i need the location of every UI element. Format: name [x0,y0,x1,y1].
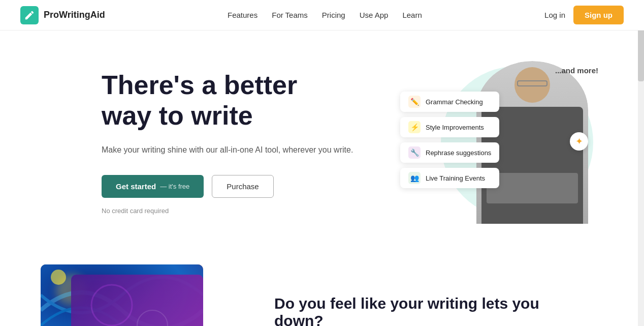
nav-learn[interactable]: Learn [402,11,422,19]
painting-stack: My idea in my head [41,264,218,326]
hero-title: There's a better way to write [102,70,353,131]
sparkle-badge: ✦ [570,132,588,151]
feature-card-rephrase: 🔧 Rephrase suggestions [400,142,499,163]
feature-card-training: 👥 Live Training Events [400,168,499,188]
scrollbar[interactable] [638,0,644,326]
hero-right: ✏️ Grammar Checking ⚡ Style Improvements… [400,61,603,224]
signup-button[interactable]: Sign up [573,6,624,24]
painting-overlay [71,275,203,326]
get-started-button[interactable]: Get started — it's free [102,175,204,198]
hero-buttons: Get started — it's free Purchase [102,175,353,198]
purchase-button[interactable]: Purchase [212,175,273,198]
nav-use-app[interactable]: Use App [360,11,389,19]
section-two-title: Do you feel like your writing lets you d… [274,295,542,326]
svg-point-1 [137,310,168,326]
nav-features[interactable]: Features [228,11,257,19]
svg-point-0 [91,285,132,325]
nav-actions: Log in Sign up [544,6,624,24]
nav-pricing[interactable]: Pricing [322,11,345,19]
brand-icon [20,6,39,24]
rephrase-icon: 🔧 [408,146,421,159]
feature-card-grammar: ✏️ Grammar Checking [400,92,499,112]
nav-for-teams[interactable]: For Teams [272,11,308,19]
navbar: ProWritingAid Features For Teams Pricing… [0,0,644,31]
hero-section: There's a better way to write Make your … [0,31,644,244]
section-two-left: My idea in my head [41,264,234,326]
hero-subtitle: Make your writing shine with our all-in-… [102,143,353,157]
feature-card-style: ⚡ Style Improvements [400,117,499,137]
section-two: My idea in my head Do you feel like your… [0,244,644,326]
hero-left: There's a better way to write Make your … [102,70,353,214]
and-more-text: ...and more! [555,66,598,75]
overlay-svg [71,275,203,326]
training-icon: 👥 [408,172,421,184]
grammar-icon: ✏️ [408,96,421,108]
brand-logo[interactable]: ProWritingAid [20,6,105,24]
logo-svg [24,10,35,21]
nav-links: Features For Teams Pricing Use App Learn [228,11,422,19]
section-two-right: Do you feel like your writing lets you d… [274,264,542,326]
login-link[interactable]: Log in [544,11,565,19]
brand-name: ProWritingAid [44,10,105,20]
style-icon: ⚡ [408,121,421,133]
no-credit-card-text: No credit card required [102,207,353,215]
feature-cards: ✏️ Grammar Checking ⚡ Style Improvements… [400,92,499,188]
